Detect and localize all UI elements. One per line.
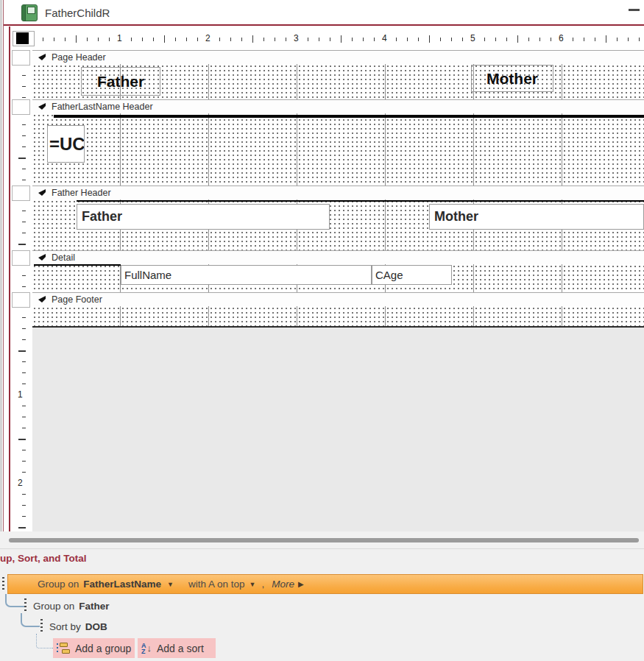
father-column-label[interactable]: Father [81, 67, 160, 96]
section-selector-fatherlastname-header[interactable] [12, 99, 30, 115]
ruler-tick [484, 38, 485, 41]
section-bar-label: FatherLastName Header [52, 102, 153, 112]
ruler-tick [275, 38, 275, 41]
report-tab[interactable]: FatherChildR [21, 3, 110, 22]
ruler-tick [308, 38, 308, 41]
ruler-tick [87, 38, 88, 41]
horizontal-line-control[interactable] [77, 200, 644, 202]
ruler-tick [131, 38, 132, 41]
group-row-father[interactable]: Group on Father [33, 598, 116, 614]
window-minimize-dash[interactable] [629, 9, 640, 11]
window-accent-line [3, 0, 4, 548]
ruler-tick [153, 38, 154, 41]
ruler-tick [22, 124, 26, 125]
sort-row-dob[interactable]: Sort by DOB [49, 618, 113, 635]
report-selector-button[interactable] [16, 32, 29, 44]
add-group-label: Add a group [75, 643, 131, 654]
horizontal-line-control[interactable] [34, 264, 121, 266]
ruler-tick [22, 75, 26, 76]
ruler-tick [440, 38, 441, 41]
ruler-tick [263, 38, 264, 41]
group-row-fatherlastname[interactable]: Group on FatherLastName ▼ with A on top … [7, 574, 643, 594]
ruler-tick [22, 372, 26, 373]
section-collapse-icon [38, 254, 46, 261]
section-bar-father-header[interactable]: Father Header [32, 185, 644, 199]
father-textbox[interactable]: Father [77, 204, 330, 230]
fullname-textbox[interactable]: FullName [121, 265, 372, 285]
section-bar-detail[interactable]: Detail [32, 250, 644, 264]
section-bar-page-header[interactable]: Page Header [32, 50, 644, 64]
sort-order-label[interactable]: with A on top [188, 579, 245, 590]
ruler-tick [219, 38, 220, 41]
ruler-tick [363, 38, 364, 41]
ruler-tick [22, 317, 26, 318]
section-bar-fatherlastname-header[interactable]: FatherLastName Header [32, 99, 644, 113]
window-left-edge [0, 0, 2, 548]
field-dropdown-caret-icon[interactable]: ▼ [167, 581, 174, 588]
group-row-drag-handle[interactable] [2, 577, 4, 592]
section-selector-page-footer[interactable] [12, 292, 30, 308]
ruler-tick [197, 38, 198, 41]
separator-comma: , [262, 579, 265, 590]
group-field-name[interactable]: FatherLastName [83, 579, 161, 590]
ruler-tick [175, 38, 176, 41]
horizontal-ruler[interactable]: 123456 [35, 31, 644, 46]
more-toggle[interactable]: More [272, 579, 294, 590]
group-field-name[interactable]: Father [79, 601, 109, 612]
section-selector-page-header[interactable] [12, 50, 30, 66]
ruler-tick [639, 38, 640, 41]
section-collapse-icon [38, 189, 46, 197]
ruler-tick [18, 244, 26, 245]
report-tab-title: FatherChildR [45, 7, 110, 19]
ruler-tick [22, 86, 26, 87]
sort-row-drag-handle[interactable] [40, 619, 43, 633]
add-group-icon-lines [57, 643, 58, 653]
ruler-tick [22, 450, 26, 450]
ruler-number: 5 [470, 33, 475, 43]
detail-grid[interactable]: FullName CAge [32, 264, 644, 292]
ruler-tick [98, 38, 99, 41]
ucase-expression-textbox[interactable]: =UC [47, 125, 85, 163]
group-row-drag-handle[interactable] [24, 598, 26, 612]
fatherlastname-header-grid[interactable]: =UC [32, 113, 644, 185]
sort-field-name[interactable]: DOB [85, 621, 107, 632]
section-bar-label: Father Header [52, 188, 111, 198]
section-bar-label: Detail [52, 252, 75, 263]
more-expand-arrow-icon[interactable]: ▶ [298, 580, 304, 588]
report-icon [21, 4, 38, 21]
mother-textbox[interactable]: Mother [429, 204, 644, 230]
section-selector-detail[interactable] [12, 250, 30, 266]
vertical-ruler[interactable]: 12 [12, 50, 31, 531]
page-header-grid[interactable]: Father Mother [32, 64, 644, 99]
ruler-tick [330, 38, 330, 41]
ruler-tick [22, 406, 26, 406]
add-a-sort-button[interactable]: A Z ↓ Add a sort [138, 638, 216, 658]
ruler-tick [396, 38, 397, 41]
report-icon-spine [22, 5, 26, 21]
group-sort-total-pane: Group, Sort, and Total Group on FatherLa… [0, 548, 644, 661]
horizontal-line-control[interactable] [54, 115, 644, 118]
group-on-label: Group on [33, 601, 74, 612]
ruler-tick [628, 38, 629, 41]
section-bar-label: Page Footer [52, 294, 102, 305]
horizontal-scrollbar[interactable] [0, 531, 644, 548]
ruler-tick [451, 38, 452, 41]
section-selector-father-header[interactable] [12, 185, 30, 201]
ruler-tick [252, 35, 253, 43]
ruler-number: 2 [205, 33, 210, 43]
ruler-tick [462, 38, 463, 41]
cage-textbox[interactable]: CAge [372, 265, 452, 285]
ruler-tick [517, 35, 518, 43]
mother-column-label[interactable]: Mother [471, 65, 553, 92]
add-a-group-button[interactable]: Add a group [53, 638, 135, 658]
scrollbar-thumb[interactable] [9, 538, 639, 542]
father-header-grid[interactable]: Father Mother [32, 199, 644, 250]
ruler-tick [186, 38, 187, 41]
order-dropdown-caret-icon[interactable]: ▼ [250, 581, 256, 588]
ruler-number: 1 [18, 389, 23, 400]
section-bar-page-footer[interactable]: Page Footer [32, 292, 644, 306]
page-footer-grid[interactable] [32, 306, 644, 326]
ruler-tick [22, 180, 26, 180]
ruler-tick [584, 38, 584, 41]
object-tab-bar: FatherChildR [4, 0, 644, 26]
